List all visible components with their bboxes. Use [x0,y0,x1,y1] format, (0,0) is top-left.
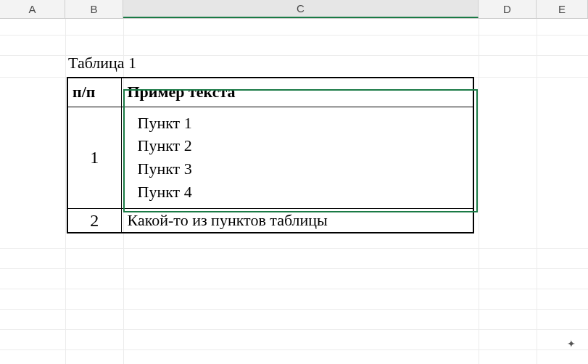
list-item: Пункт 4 [138,181,468,204]
row1-num: 1 [67,107,121,209]
column-headers: A B C D E [0,0,588,19]
row1-body[interactable]: Пункт 1 Пункт 2 Пункт 3 Пункт 4 [121,107,473,209]
embedded-table: п/п Пример текста 1 Пункт 1 Пункт 2 Пунк… [67,77,474,233]
cursor-icon: ✦ [567,338,576,349]
col-header-A[interactable]: A [0,0,65,18]
col-header-C[interactable]: C [123,0,479,18]
table-title: Таблица 1 [68,54,136,73]
col-header-D[interactable]: D [479,0,537,18]
header-example: Пример текста [121,78,473,107]
table-row: 1 Пункт 1 Пункт 2 Пункт 3 Пункт 4 [67,107,473,209]
col-header-E[interactable]: E [537,0,588,18]
header-pp: п/п [67,78,121,107]
list-item: Пункт 1 [138,112,468,135]
list-item: Пункт 3 [138,157,468,181]
row2-body[interactable]: Какой-то из пунктов таблицы [121,209,473,233]
spreadsheet-grid[interactable]: Таблица 1 п/п Пример текста 1 Пункт 1 Пу… [0,19,588,364]
row2-num: 2 [67,209,121,233]
col-header-B[interactable]: B [65,0,123,18]
table-row: 2 Какой-то из пунктов таблицы [67,209,473,233]
table-header-row: п/п Пример текста [67,78,473,107]
list-item: Пункт 2 [138,134,468,157]
